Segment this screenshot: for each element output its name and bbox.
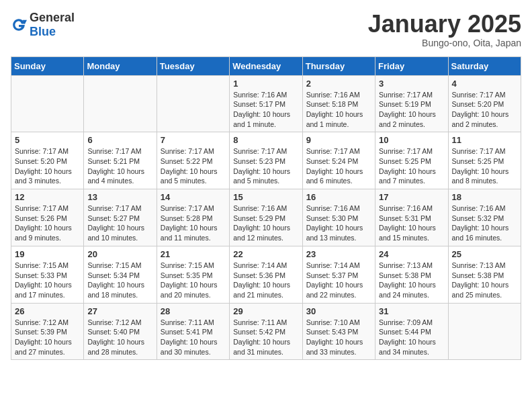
day-number: 9: [306, 135, 371, 145]
weekday-header-row: SundayMondayTuesdayWednesdayThursdayFrid…: [11, 56, 521, 75]
day-info: Sunrise: 7:17 AMSunset: 5:25 PMDaylight:…: [452, 146, 517, 186]
calendar-cell: 3Sunrise: 7:17 AMSunset: 5:19 PMDaylight…: [375, 75, 448, 132]
day-info: Sunrise: 7:17 AMSunset: 5:24 PMDaylight:…: [306, 146, 371, 186]
calendar-cell: 31Sunrise: 7:09 AMSunset: 5:44 PMDayligh…: [375, 303, 448, 360]
day-number: 26: [15, 306, 80, 316]
calendar-cell: 7Sunrise: 7:17 AMSunset: 5:22 PMDaylight…: [157, 132, 229, 189]
calendar-cell: 8Sunrise: 7:17 AMSunset: 5:23 PMDaylight…: [230, 132, 302, 189]
weekday-header-wednesday: Wednesday: [230, 56, 302, 75]
day-info: Sunrise: 7:16 AMSunset: 5:32 PMDaylight:…: [452, 203, 517, 243]
day-number: 2: [306, 79, 371, 89]
calendar-cell: 1Sunrise: 7:16 AMSunset: 5:17 PMDaylight…: [230, 75, 302, 132]
day-number: 5: [15, 135, 80, 145]
day-number: 22: [233, 249, 298, 259]
calendar-cell: 23Sunrise: 7:14 AMSunset: 5:37 PMDayligh…: [302, 246, 375, 303]
day-number: 15: [233, 192, 298, 202]
logo-blue: Blue: [30, 25, 56, 38]
calendar-cell: 25Sunrise: 7:13 AMSunset: 5:38 PMDayligh…: [448, 246, 521, 303]
day-number: 8: [233, 135, 298, 145]
day-number: 25: [452, 249, 517, 259]
calendar-cell: 13Sunrise: 7:17 AMSunset: 5:27 PMDayligh…: [84, 189, 157, 246]
calendar-cell: [157, 75, 229, 132]
day-number: 16: [306, 192, 371, 202]
week-row-5: 26Sunrise: 7:12 AMSunset: 5:39 PMDayligh…: [11, 303, 521, 360]
calendar-cell: 18Sunrise: 7:16 AMSunset: 5:32 PMDayligh…: [448, 189, 521, 246]
day-number: 20: [87, 249, 152, 259]
calendar-cell: [448, 303, 521, 360]
day-number: 6: [87, 135, 152, 145]
day-info: Sunrise: 7:12 AMSunset: 5:39 PMDaylight:…: [15, 318, 80, 357]
day-number: 27: [87, 306, 152, 316]
calendar: SundayMondayTuesdayWednesdayThursdayFrid…: [11, 56, 521, 361]
day-info: Sunrise: 7:17 AMSunset: 5:21 PMDaylight:…: [87, 146, 152, 186]
week-row-1: 1Sunrise: 7:16 AMSunset: 5:17 PMDaylight…: [11, 75, 521, 132]
weekday-header-sunday: Sunday: [11, 56, 84, 75]
calendar-cell: 6Sunrise: 7:17 AMSunset: 5:21 PMDaylight…: [84, 132, 157, 189]
day-info: Sunrise: 7:15 AMSunset: 5:35 PMDaylight:…: [161, 261, 226, 300]
calendar-cell: 10Sunrise: 7:17 AMSunset: 5:25 PMDayligh…: [375, 132, 448, 189]
day-info: Sunrise: 7:14 AMSunset: 5:37 PMDaylight:…: [306, 261, 371, 300]
day-info: Sunrise: 7:13 AMSunset: 5:38 PMDaylight:…: [379, 261, 444, 300]
day-info: Sunrise: 7:16 AMSunset: 5:17 PMDaylight:…: [233, 90, 298, 130]
day-number: 10: [379, 135, 444, 145]
calendar-cell: 24Sunrise: 7:13 AMSunset: 5:38 PMDayligh…: [375, 246, 448, 303]
day-info: Sunrise: 7:15 AMSunset: 5:33 PMDaylight:…: [15, 261, 80, 300]
calendar-cell: 5Sunrise: 7:17 AMSunset: 5:20 PMDaylight…: [11, 132, 84, 189]
calendar-cell: 17Sunrise: 7:16 AMSunset: 5:31 PMDayligh…: [375, 189, 448, 246]
day-number: 12: [15, 192, 80, 202]
day-info: Sunrise: 7:11 AMSunset: 5:41 PMDaylight:…: [161, 318, 226, 357]
logo: General Blue: [11, 11, 75, 39]
logo-general: General: [30, 11, 75, 24]
day-info: Sunrise: 7:13 AMSunset: 5:38 PMDaylight:…: [452, 261, 517, 300]
day-number: 11: [452, 135, 517, 145]
weekday-header-tuesday: Tuesday: [157, 56, 229, 75]
week-row-4: 19Sunrise: 7:15 AMSunset: 5:33 PMDayligh…: [11, 246, 521, 303]
day-info: Sunrise: 7:16 AMSunset: 5:18 PMDaylight:…: [306, 90, 371, 130]
day-info: Sunrise: 7:17 AMSunset: 5:25 PMDaylight:…: [379, 146, 444, 186]
day-info: Sunrise: 7:11 AMSunset: 5:42 PMDaylight:…: [233, 318, 298, 357]
calendar-cell: 27Sunrise: 7:12 AMSunset: 5:40 PMDayligh…: [84, 303, 157, 360]
calendar-cell: 2Sunrise: 7:16 AMSunset: 5:18 PMDaylight…: [302, 75, 375, 132]
title-block: January 2025 Bungo-ono, Oita, Japan: [368, 11, 521, 48]
page-header: General Blue January 2025 Bungo-ono, Oit…: [11, 11, 521, 48]
calendar-cell: 29Sunrise: 7:11 AMSunset: 5:42 PMDayligh…: [230, 303, 302, 360]
calendar-cell: 22Sunrise: 7:14 AMSunset: 5:36 PMDayligh…: [230, 246, 302, 303]
week-row-2: 5Sunrise: 7:17 AMSunset: 5:20 PMDaylight…: [11, 132, 521, 189]
calendar-cell: 11Sunrise: 7:17 AMSunset: 5:25 PMDayligh…: [448, 132, 521, 189]
weekday-header-monday: Monday: [84, 56, 157, 75]
calendar-cell: 12Sunrise: 7:17 AMSunset: 5:26 PMDayligh…: [11, 189, 84, 246]
day-number: 13: [87, 192, 152, 202]
day-number: 21: [161, 249, 226, 259]
calendar-cell: 16Sunrise: 7:16 AMSunset: 5:30 PMDayligh…: [302, 189, 375, 246]
day-info: Sunrise: 7:17 AMSunset: 5:26 PMDaylight:…: [15, 203, 80, 243]
day-number: 31: [379, 306, 444, 316]
calendar-cell: [84, 75, 157, 132]
day-info: Sunrise: 7:17 AMSunset: 5:27 PMDaylight:…: [87, 203, 152, 243]
month-title: January 2025: [368, 11, 521, 38]
day-info: Sunrise: 7:17 AMSunset: 5:22 PMDaylight:…: [161, 146, 226, 186]
weekday-header-saturday: Saturday: [448, 56, 521, 75]
day-number: 1: [233, 79, 298, 89]
calendar-cell: 30Sunrise: 7:10 AMSunset: 5:43 PMDayligh…: [302, 303, 375, 360]
calendar-cell: 20Sunrise: 7:15 AMSunset: 5:34 PMDayligh…: [84, 246, 157, 303]
weekday-header-friday: Friday: [375, 56, 448, 75]
day-info: Sunrise: 7:17 AMSunset: 5:20 PMDaylight:…: [452, 90, 517, 130]
weekday-header-thursday: Thursday: [302, 56, 375, 75]
logo-text: General Blue: [30, 11, 75, 39]
calendar-cell: 28Sunrise: 7:11 AMSunset: 5:41 PMDayligh…: [157, 303, 229, 360]
day-info: Sunrise: 7:15 AMSunset: 5:34 PMDaylight:…: [87, 261, 152, 300]
day-info: Sunrise: 7:16 AMSunset: 5:30 PMDaylight:…: [306, 203, 371, 243]
day-info: Sunrise: 7:17 AMSunset: 5:20 PMDaylight:…: [15, 146, 80, 186]
day-number: 29: [233, 306, 298, 316]
day-info: Sunrise: 7:12 AMSunset: 5:40 PMDaylight:…: [87, 318, 152, 357]
day-number: 4: [452, 79, 517, 89]
day-info: Sunrise: 7:17 AMSunset: 5:19 PMDaylight:…: [379, 90, 444, 130]
logo-icon: [11, 17, 27, 33]
calendar-cell: 19Sunrise: 7:15 AMSunset: 5:33 PMDayligh…: [11, 246, 84, 303]
calendar-cell: 21Sunrise: 7:15 AMSunset: 5:35 PMDayligh…: [157, 246, 229, 303]
calendar-cell: 15Sunrise: 7:16 AMSunset: 5:29 PMDayligh…: [230, 189, 302, 246]
day-number: 18: [452, 192, 517, 202]
calendar-cell: 26Sunrise: 7:12 AMSunset: 5:39 PMDayligh…: [11, 303, 84, 360]
day-number: 24: [379, 249, 444, 259]
calendar-cell: 9Sunrise: 7:17 AMSunset: 5:24 PMDaylight…: [302, 132, 375, 189]
